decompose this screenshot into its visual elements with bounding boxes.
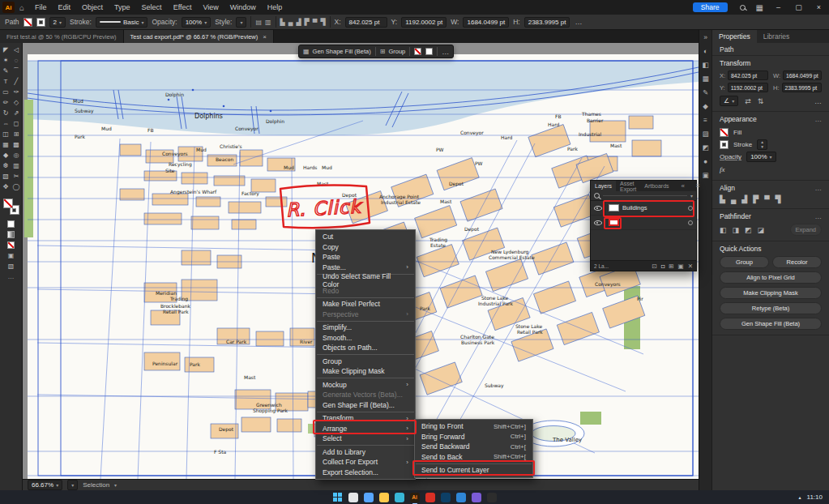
transform-field-w[interactable]: W:1684.0499 pt xyxy=(773,70,822,80)
align-icon-2[interactable]: ▟ xyxy=(296,19,301,26)
layers-search[interactable]: ▾ xyxy=(591,191,696,201)
taskbar-acrobat-icon[interactable] xyxy=(425,493,435,502)
layers-tab-asset-export[interactable]: Asset Export xyxy=(616,181,640,192)
layer-thumbnail[interactable] xyxy=(609,219,619,226)
pathfinder-icon-1[interactable]: ◨ xyxy=(733,226,740,234)
task-bar-more-icon[interactable]: … xyxy=(442,48,449,56)
w-field[interactable]: 1684.0499 pt xyxy=(463,17,509,28)
rotation-field[interactable]: ∠ ▾ xyxy=(720,96,738,106)
fill-swatch[interactable] xyxy=(720,128,729,137)
make-clipping-mask-icon[interactable]: ◘ xyxy=(661,263,665,270)
search-icon[interactable] xyxy=(740,5,746,11)
align-icon-5[interactable]: ▜ xyxy=(320,19,325,26)
menu-view[interactable]: View xyxy=(197,3,224,11)
home-icon[interactable]: ⌂ xyxy=(15,3,29,12)
menu-item-smooth[interactable]: Smooth... xyxy=(316,333,415,344)
type-tool-icon[interactable]: T xyxy=(1,76,11,87)
document-tab[interactable]: First test.ai @ 50 % (RGB/CPU Preview) xyxy=(0,30,124,43)
more-options-icon[interactable]: … xyxy=(574,18,583,26)
shape-builder-tool-icon[interactable]: ◫ xyxy=(1,129,11,139)
align-icon-5[interactable]: ▜ xyxy=(776,195,781,203)
menu-item-collect-for-export[interactable]: Collect For Export› xyxy=(316,457,415,468)
screen-mode-icon[interactable]: ▧ xyxy=(8,263,15,270)
fill-swatch[interactable] xyxy=(414,48,421,55)
opacity-label[interactable]: Opacity xyxy=(720,153,741,160)
zoom-level-field[interactable]: 66.67%▾ xyxy=(28,480,62,490)
perspective-grid-tool-icon[interactable]: ⊞ xyxy=(11,129,22,139)
taskbar-vscode-icon[interactable] xyxy=(456,493,466,502)
new-layer-icon[interactable]: ▣ xyxy=(678,263,684,270)
lasso-tool-icon[interactable]: ◌ xyxy=(11,55,22,66)
color-guide-panel-icon[interactable]: ◧ xyxy=(702,61,708,69)
layer-target-icon[interactable] xyxy=(688,206,693,211)
shaper-tool-icon[interactable]: ◇ xyxy=(11,97,22,108)
close-button[interactable]: × xyxy=(809,0,829,15)
menu-item-add-to-library[interactable]: Add to Library xyxy=(316,447,415,458)
menu-item-export-selection[interactable]: Export Selection... xyxy=(316,468,415,478)
menu-item-send-backward[interactable]: Send BackwardCtrl+[ xyxy=(415,442,532,452)
taskbar-search-icon[interactable] xyxy=(348,493,358,502)
align-icon-2[interactable]: ▟ xyxy=(741,195,747,203)
taskbar-photoshop-icon[interactable] xyxy=(441,493,451,502)
transform-more-icon[interactable]: … xyxy=(814,97,822,105)
panel-menu-icon[interactable]: ≡ xyxy=(692,182,704,190)
menu-item-copy[interactable]: Copy xyxy=(316,242,415,253)
h-field[interactable]: 2383.9995 pt xyxy=(524,17,570,28)
layer-row[interactable]: Buildings xyxy=(591,201,696,216)
menu-select[interactable]: Select xyxy=(136,3,168,11)
quick-action-make-clipping-mask[interactable]: Make Clipping Mask xyxy=(720,287,822,299)
column-graph-tool-icon[interactable]: ▥ xyxy=(11,160,22,171)
brushes-panel-icon[interactable]: ✎ xyxy=(703,88,708,96)
transform-field-x[interactable]: X:842.025 pt xyxy=(720,70,768,80)
menu-item-undo-select-same-fill-color[interactable]: Undo Select Same Fill Color xyxy=(316,275,415,286)
width-tool-icon[interactable]: ⇔ xyxy=(1,118,11,129)
gradient-panel-icon[interactable]: ▨ xyxy=(702,130,708,138)
menu-item-make-pixel-perfect[interactable]: Make Pixel Perfect xyxy=(316,299,415,310)
taskbar-terminal-icon[interactable] xyxy=(487,493,497,502)
taskbar-edge-icon[interactable] xyxy=(395,493,404,502)
delete-layer-icon[interactable]: ✕ xyxy=(688,263,693,270)
group-button[interactable]: ⊞ Group xyxy=(380,48,406,55)
rectangle-tool-icon[interactable]: ▭ xyxy=(1,87,11,97)
pathfinder-icon-0[interactable]: ◧ xyxy=(720,226,727,234)
align-buttons-group[interactable]: ▙▄▟▛▀▜ xyxy=(280,19,326,26)
menu-item-select[interactable]: Select› xyxy=(316,434,415,444)
pen-tool-icon[interactable]: ✎ xyxy=(1,66,11,76)
transparency-panel-icon[interactable]: ◩ xyxy=(702,143,708,152)
collapse-panels-icon[interactable]: » xyxy=(703,33,707,41)
selection-tool-icon[interactable]: ◤ xyxy=(1,45,11,55)
magic-wand-tool-icon[interactable]: ✶ xyxy=(1,55,11,66)
mesh-tool-icon[interactable]: ▦ xyxy=(1,139,11,150)
curvature-tool-icon[interactable]: ⌒ xyxy=(11,66,22,76)
symbol-sprayer-tool-icon[interactable]: ❆ xyxy=(1,160,11,171)
artboard-navigation-field[interactable]: ▾ xyxy=(67,480,78,490)
flip-horizontal-icon[interactable]: ⇄ xyxy=(745,97,751,105)
rotate-tool-icon[interactable]: ↻ xyxy=(1,108,11,118)
taskbar-explorer-icon[interactable] xyxy=(379,493,389,502)
quick-action-align-to-pixel-grid[interactable]: Align to Pixel Grid xyxy=(720,271,822,284)
menu-effect[interactable]: Effect xyxy=(168,3,198,11)
stroke-swatch[interactable] xyxy=(720,140,729,149)
layer-target-icon[interactable] xyxy=(688,220,693,225)
hand-tool-icon[interactable]: ✥ xyxy=(1,182,11,192)
pathfinder-icon-3[interactable]: ◪ xyxy=(758,226,765,234)
scale-tool-icon[interactable]: ⇗ xyxy=(11,108,22,118)
draw-mode-icon[interactable]: ▣ xyxy=(8,252,15,259)
effects-button[interactable]: fx xyxy=(720,165,725,173)
style-field[interactable]: ▾ xyxy=(236,17,246,28)
tray-chevron-icon[interactable]: ▴ xyxy=(799,494,801,500)
stroke-weight-field[interactable]: ▴▾ xyxy=(757,139,767,150)
align-buttons-group[interactable]: ▙▄▟▛▀▜ xyxy=(720,195,822,203)
menu-item-cut[interactable]: Cut xyxy=(316,232,415,242)
taskbar-start-icon[interactable] xyxy=(333,493,343,502)
flip-vertical-icon[interactable]: ⇅ xyxy=(758,97,764,105)
menu-item-paste[interactable]: Paste...› xyxy=(316,263,415,273)
menu-type[interactable]: Type xyxy=(109,3,136,11)
menu-item-send-to-back[interactable]: Send to BackShift+Ctrl+[ xyxy=(415,452,532,463)
pathfinder-more-icon[interactable]: … xyxy=(815,212,823,220)
align-icon-1[interactable]: ▄ xyxy=(288,19,293,26)
taskbar-clock[interactable]: 11:10 xyxy=(807,493,823,501)
menu-item-arrange[interactable]: Arrange› xyxy=(316,424,415,434)
menu-item-bring-forward[interactable]: Bring ForwardCtrl+] xyxy=(415,432,532,442)
pathfinder-icon-2[interactable]: ◩ xyxy=(745,226,752,234)
